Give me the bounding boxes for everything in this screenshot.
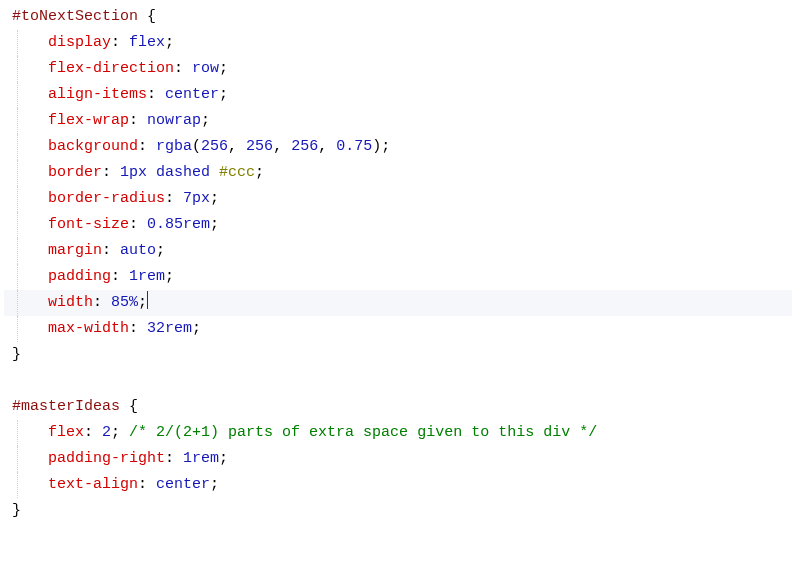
code-line[interactable] <box>4 368 792 394</box>
token-selector: #masterIdeas <box>12 398 120 415</box>
token-punc: ; <box>111 424 129 441</box>
token-prop: align-items <box>48 86 147 103</box>
code-line-content: text-align: center; <box>12 476 219 493</box>
token-punc: : <box>102 164 120 181</box>
code-line[interactable]: flex: 2; /* 2/(2+1) parts of extra space… <box>4 420 792 446</box>
token-punc: } <box>12 502 21 519</box>
token-prop: flex-direction <box>48 60 174 77</box>
code-line[interactable]: flex-wrap: nowrap; <box>4 108 792 134</box>
token-value: 0.85rem <box>147 216 210 233</box>
code-line[interactable]: border-radius: 7px; <box>4 186 792 212</box>
token-punc: { <box>120 398 138 415</box>
token-punc: : <box>165 190 183 207</box>
token-prop: margin <box>48 242 102 259</box>
token-punc: : <box>138 476 156 493</box>
code-line[interactable]: border: 1px dashed #ccc; <box>4 160 792 186</box>
code-line-content: display: flex; <box>12 34 174 51</box>
code-line-content: background: rgba(256, 256, 256, 0.75); <box>12 138 390 155</box>
code-line[interactable]: #masterIdeas { <box>4 394 792 420</box>
code-line[interactable]: background: rgba(256, 256, 256, 0.75); <box>4 134 792 160</box>
token-punc: ; <box>210 190 219 207</box>
token-selector: #toNextSection <box>12 8 138 25</box>
code-line[interactable]: padding-right: 1rem; <box>4 446 792 472</box>
token-prop: text-align <box>48 476 138 493</box>
token-value: 1rem <box>129 268 165 285</box>
code-line-content: align-items: center; <box>12 86 228 103</box>
token-punc: ( <box>192 138 201 155</box>
token-prop: flex-wrap <box>48 112 129 129</box>
token-value: 1px dashed <box>120 164 219 181</box>
token-punc: ; <box>255 164 264 181</box>
token-punc: : <box>129 216 147 233</box>
code-line[interactable]: } <box>4 342 792 368</box>
token-value: 256 <box>201 138 228 155</box>
code-line[interactable]: width: 85%; <box>4 290 792 316</box>
token-value: rgba <box>156 138 192 155</box>
code-line-content: width: 85%; <box>12 294 147 311</box>
token-value: 0.75 <box>336 138 372 155</box>
token-punc: ; <box>219 450 228 467</box>
code-line[interactable]: #toNextSection { <box>4 4 792 30</box>
code-line[interactable]: } <box>4 498 792 524</box>
token-punc: : <box>147 86 165 103</box>
token-punc: ; <box>192 320 201 337</box>
code-line[interactable]: text-align: center; <box>4 472 792 498</box>
token-punc: ; <box>138 294 147 311</box>
code-line[interactable]: display: flex; <box>4 30 792 56</box>
token-prop: border <box>48 164 102 181</box>
code-line-content: font-size: 0.85rem; <box>12 216 219 233</box>
code-line[interactable]: flex-direction: row; <box>4 56 792 82</box>
token-prop: width <box>48 294 93 311</box>
token-prop: padding-right <box>48 450 165 467</box>
token-value: 256 <box>246 138 273 155</box>
token-punc: ; <box>210 216 219 233</box>
token-punc: : <box>165 450 183 467</box>
token-value: nowrap <box>147 112 201 129</box>
token-prop: max-width <box>48 320 129 337</box>
token-punc: ; <box>210 476 219 493</box>
token-punc: , <box>273 138 291 155</box>
code-line-content: } <box>12 502 21 519</box>
token-punc: ; <box>219 60 228 77</box>
token-punc: , <box>318 138 336 155</box>
code-line-content: margin: auto; <box>12 242 165 259</box>
code-editor[interactable]: #toNextSection { display: flex; flex-dir… <box>0 0 792 524</box>
code-line-content: } <box>12 346 21 363</box>
token-value: 2 <box>102 424 111 441</box>
code-line-content: border: 1px dashed #ccc; <box>12 164 264 181</box>
token-punc: : <box>129 112 147 129</box>
token-prop: padding <box>48 268 111 285</box>
code-line[interactable]: max-width: 32rem; <box>4 316 792 342</box>
code-line[interactable]: padding: 1rem; <box>4 264 792 290</box>
code-line-content: padding-right: 1rem; <box>12 450 228 467</box>
token-value: auto <box>120 242 156 259</box>
token-punc: : <box>129 320 147 337</box>
token-value: row <box>192 60 219 77</box>
code-line-content: flex-wrap: nowrap; <box>12 112 210 129</box>
token-punc: ; <box>165 34 174 51</box>
code-line[interactable]: margin: auto; <box>4 238 792 264</box>
token-punc: ; <box>165 268 174 285</box>
code-line-content <box>12 372 21 389</box>
code-line-content: padding: 1rem; <box>12 268 174 285</box>
token-punc: ; <box>219 86 228 103</box>
token-punc: ; <box>156 242 165 259</box>
text-cursor <box>147 291 148 309</box>
token-prop: display <box>48 34 111 51</box>
code-line-content: #toNextSection { <box>12 8 156 25</box>
token-value: 256 <box>291 138 318 155</box>
token-punc: : <box>138 138 156 155</box>
code-line-content: flex: 2; /* 2/(2+1) parts of extra space… <box>12 424 597 441</box>
token-punc: , <box>228 138 246 155</box>
token-punc: : <box>111 34 129 51</box>
token-punc: : <box>111 268 129 285</box>
token-value: flex <box>129 34 165 51</box>
token-comment: /* 2/(2+1) parts of extra space given to… <box>129 424 597 441</box>
token-punc: } <box>12 346 21 363</box>
token-value: center <box>156 476 210 493</box>
code-line[interactable]: align-items: center; <box>4 82 792 108</box>
token-punc: ); <box>372 138 390 155</box>
token-prop: font-size <box>48 216 129 233</box>
code-line[interactable]: font-size: 0.85rem; <box>4 212 792 238</box>
token-prop: background <box>48 138 138 155</box>
